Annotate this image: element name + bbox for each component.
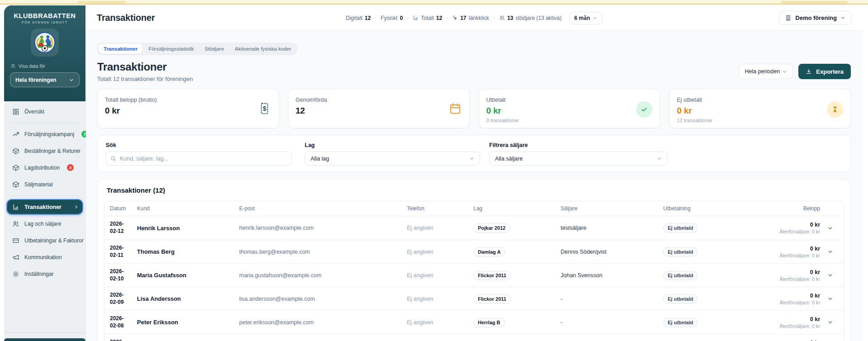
- trend-icon: [12, 131, 19, 138]
- brand-title: KLUBBRABATTEN: [4, 5, 85, 19]
- building-icon: [785, 14, 792, 21]
- tab-transaktioner[interactable]: Transaktioner: [99, 44, 142, 54]
- chevron-down-icon: [657, 156, 662, 161]
- lag-badge: Flickor 2011: [473, 294, 511, 303]
- sidebar-item-label: Transaktioner: [24, 204, 61, 210]
- sidebar-item-lagdistribution[interactable]: Lagdistribution3: [4, 159, 85, 176]
- stat-value: 12: [436, 15, 442, 21]
- banknote-icon: $: [258, 102, 271, 115]
- tab-aktiverade-fysiska-koder[interactable]: Aktiverade fysiska koder: [230, 44, 297, 54]
- sidebar-item-s-ljmaterial[interactable]: Säljmaterial: [4, 176, 85, 193]
- chart-icon: [12, 204, 19, 211]
- lag-badge: Flickor 2011: [473, 271, 511, 280]
- period-select[interactable]: Hela perioden: [739, 64, 793, 79]
- period-range-select[interactable]: 6 mån: [569, 12, 602, 24]
- header-stat-st-djare-13-aktiva: 13stödjare (13 aktiva): [499, 15, 561, 21]
- card-label: Ej utbetalt: [677, 97, 712, 103]
- utbetalning-badge: Ej utbetald: [663, 318, 698, 327]
- chart-icon: [413, 15, 419, 21]
- cell-datum: 2026-02-07: [104, 339, 137, 341]
- stat-label: länkklick: [469, 15, 489, 21]
- search-input[interactable]: [106, 152, 292, 166]
- calendar-icon: [448, 102, 462, 115]
- cell-kund: Peter Eriksson: [137, 319, 239, 326]
- cell-telefon: Ej angiven: [407, 272, 473, 279]
- chevron-down-icon[interactable]: [827, 225, 833, 231]
- org-switcher-button[interactable]: Demo förening: [779, 11, 851, 25]
- cell-datum: 2026-02-09: [104, 292, 137, 306]
- cell-belopp-sub: Återförsäljare: 0 kr: [754, 300, 820, 305]
- stat-cards: Totalt belopp (brutto)0 kr$Genomförda12U…: [97, 89, 851, 128]
- lag-filter-label: Lag: [305, 142, 480, 148]
- sidebar-item-transaktioner[interactable]: Transaktioner: [7, 200, 82, 214]
- table-row[interactable]: 2026-02-11Thomas Bergthomas.berg@example…: [104, 240, 844, 263]
- search-label: Sök: [106, 142, 292, 148]
- saljare-filter-select[interactable]: Alla säljare: [489, 152, 668, 166]
- cell-datum: 2026-02-10: [104, 268, 137, 282]
- chevron-down-icon[interactable]: [827, 319, 833, 325]
- sidebar-item-label: Försäljningskampanj: [24, 131, 74, 137]
- search-icon: [110, 156, 116, 161]
- sidebar-item-versikt[interactable]: Översikt: [4, 103, 85, 120]
- export-button[interactable]: Exportera: [798, 64, 851, 79]
- card-label: Totalt belopp (brutto): [105, 97, 157, 103]
- table-row[interactable]: 2026-02-10Maria Gustafssonmaria.gustafss…: [104, 263, 844, 287]
- lag-filter-select[interactable]: Alla lag: [305, 152, 480, 166]
- lag-badge: Damlag A: [473, 247, 505, 256]
- tab-st-djare[interactable]: Stödjare: [200, 44, 229, 54]
- sidebar-item-label: Lag och säljare: [24, 221, 61, 227]
- tab-f-rs-ljningsstatistik[interactable]: Försäljningsstatistik: [143, 44, 198, 54]
- org-scope-value: Hela föreningen: [15, 77, 57, 83]
- col-utbetalning: Utbetalning: [663, 205, 754, 212]
- cell-belopp: 0 kr: [754, 340, 820, 341]
- header-stat-l-nkklick: 17länkklick: [452, 15, 489, 21]
- transactions-table: DatumKundE-postTelefonLagSäljareUtbetaln…: [104, 201, 844, 341]
- visa-data-row: Visa data för: [10, 63, 85, 69]
- cell-kund: Maria Gustafsson: [137, 272, 239, 279]
- nav-badge: 3: [67, 164, 74, 171]
- strip-segment: [781, 1, 848, 4]
- cell-saljare: Dennis Söderqvist: [561, 249, 663, 255]
- sidebar-item-inst-llningar[interactable]: Inställningar: [4, 265, 85, 282]
- table-row[interactable]: 2026-02-09Lisa Anderssonlisa.andersson@e…: [104, 287, 844, 310]
- table-row[interactable]: 2026-02-08Peter Erikssonpeter.eriksson@e…: [104, 310, 844, 334]
- header-stat-fysiskt: Fysiskt0: [381, 15, 403, 21]
- chevron-right-icon: [74, 204, 79, 209]
- table-row[interactable]: 2026-02-070 krÅterförsäljare: 0 kr: [104, 334, 844, 341]
- chevron-down-icon: [469, 156, 474, 161]
- header-stats: Digitalt12·Fysiskt0·Totalt12·17länkklick…: [346, 12, 602, 24]
- col-belopp: Belopp: [754, 205, 820, 212]
- sidebar-item-lag-och-s-ljare[interactable]: Lag och säljare: [4, 215, 85, 232]
- sidebar-item-utbetalningar-fakturor[interactable]: Utbetalningar & Fakturor: [4, 232, 85, 249]
- cell-saljare: testsäljare: [561, 225, 663, 231]
- stat-separator: ·: [446, 15, 448, 21]
- megaphone-icon: [12, 254, 19, 261]
- cell-telefon: Ej angiven: [407, 225, 473, 231]
- table-row[interactable]: 2026-02-12Henrik Larssonhenrik.larsson@e…: [104, 216, 844, 240]
- chevron-down-icon[interactable]: [827, 249, 833, 255]
- card-label: Genomförda: [296, 97, 327, 103]
- chevron-down-icon[interactable]: [827, 296, 833, 302]
- top-header: Transaktioner Digitalt12·Fysiskt0·Totalt…: [86, 5, 862, 31]
- stat-card-ej-utbetalt: Ej utbetalt0 kr12 transaktioner: [669, 89, 851, 128]
- cell-belopp-sub: Återförsäljare: 0 kr: [754, 229, 820, 234]
- sidebar-item-f-rs-ljningskampanj[interactable]: Försäljningskampanj7: [4, 126, 85, 142]
- stat-card-utbetalt: Utbetalt0 kr0 transaktioner: [479, 89, 660, 128]
- stat-value: 17: [460, 15, 466, 21]
- card-sub: 0 transaktioner: [486, 118, 519, 123]
- sidebar-item-best-llningar-returer[interactable]: Beställningar & Returer: [4, 142, 85, 159]
- gear-icon: [12, 270, 19, 278]
- cell-datum: 2026-02-08: [104, 315, 137, 329]
- org-switcher-label: Demo förening: [795, 14, 837, 21]
- chevron-down-icon: [782, 69, 787, 74]
- card-label: Utbetalt: [486, 97, 519, 103]
- people-icon: [499, 15, 505, 21]
- page-title: Transaktioner: [97, 61, 193, 73]
- utbetalning-badge: Ej utbetald: [663, 271, 698, 280]
- tabs: TransaktionerFörsäljningsstatistikStödja…: [97, 43, 297, 55]
- download-icon: [806, 68, 812, 75]
- org-scope-select[interactable]: Hela föreningen: [10, 72, 80, 87]
- chevron-down-icon[interactable]: [827, 272, 833, 278]
- sidebar-item-kommunikation[interactable]: Kommunikation: [4, 249, 85, 265]
- cell-telefon: Ej angiven: [407, 319, 473, 326]
